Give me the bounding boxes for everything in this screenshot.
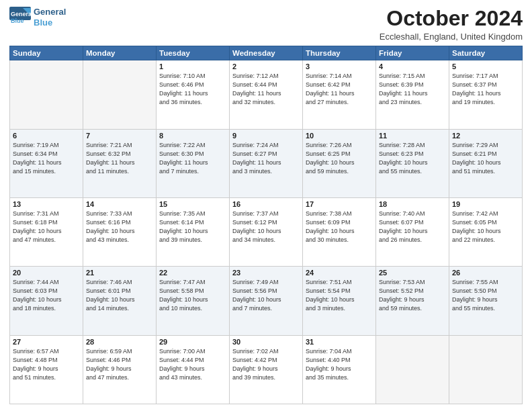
day-info: Sunrise: 7:17 AM Sunset: 6:37 PM Dayligh… xyxy=(452,72,519,107)
table-row: 31Sunrise: 7:04 AM Sunset: 4:40 PM Dayli… xyxy=(303,335,376,404)
table-row: 28Sunrise: 6:59 AM Sunset: 4:46 PM Dayli… xyxy=(83,335,157,404)
day-number: 11 xyxy=(379,132,446,140)
month-title: October 2024 xyxy=(380,7,523,30)
col-friday: Friday xyxy=(376,46,449,60)
table-row: 29Sunrise: 7:00 AM Sunset: 4:44 PM Dayli… xyxy=(157,335,230,404)
day-info: Sunrise: 7:12 AM Sunset: 6:44 PM Dayligh… xyxy=(232,72,300,107)
table-row: 24Sunrise: 7:51 AM Sunset: 5:54 PM Dayli… xyxy=(303,267,376,335)
day-info: Sunrise: 7:28 AM Sunset: 6:23 PM Dayligh… xyxy=(379,141,446,176)
day-number: 19 xyxy=(452,200,519,208)
day-number: 1 xyxy=(159,62,226,71)
col-saturday: Saturday xyxy=(449,46,523,60)
day-number: 27 xyxy=(13,338,80,346)
day-info: Sunrise: 7:14 AM Sunset: 6:42 PM Dayligh… xyxy=(306,72,373,107)
table-row: 8Sunrise: 7:22 AM Sunset: 6:30 PM Daylig… xyxy=(157,129,230,197)
day-number: 3 xyxy=(306,62,373,71)
day-info: Sunrise: 7:55 AM Sunset: 5:50 PM Dayligh… xyxy=(452,278,519,313)
logo-general: General xyxy=(34,7,66,17)
day-info: Sunrise: 7:44 AM Sunset: 6:03 PM Dayligh… xyxy=(13,278,80,313)
day-number: 13 xyxy=(13,200,80,208)
table-row: 4Sunrise: 7:15 AM Sunset: 6:39 PM Daylig… xyxy=(376,60,449,129)
day-info: Sunrise: 6:59 AM Sunset: 4:46 PM Dayligh… xyxy=(86,347,153,382)
day-info: Sunrise: 7:40 AM Sunset: 6:07 PM Dayligh… xyxy=(379,210,446,244)
day-number: 26 xyxy=(452,269,519,277)
day-number: 31 xyxy=(306,338,373,346)
day-info: Sunrise: 7:02 AM Sunset: 4:42 PM Dayligh… xyxy=(232,347,300,382)
table-row: 25Sunrise: 7:53 AM Sunset: 5:52 PM Dayli… xyxy=(376,267,449,335)
table-row: 21Sunrise: 7:46 AM Sunset: 6:01 PM Dayli… xyxy=(83,267,157,335)
logo-icon: General Blue xyxy=(9,7,31,28)
table-row: 14Sunrise: 7:33 AM Sunset: 6:16 PM Dayli… xyxy=(83,197,157,266)
table-row: 23Sunrise: 7:49 AM Sunset: 5:56 PM Dayli… xyxy=(230,267,303,335)
table-row xyxy=(10,60,83,129)
table-row: 9Sunrise: 7:24 AM Sunset: 6:27 PM Daylig… xyxy=(230,129,303,197)
day-info: Sunrise: 7:24 AM Sunset: 6:27 PM Dayligh… xyxy=(232,141,300,176)
calendar-header-row: Sunday Monday Tuesday Wednesday Thursday… xyxy=(10,46,523,60)
table-row: 6Sunrise: 7:19 AM Sunset: 6:34 PM Daylig… xyxy=(10,129,83,197)
table-row: 26Sunrise: 7:55 AM Sunset: 5:50 PM Dayli… xyxy=(449,267,523,335)
table-row: 17Sunrise: 7:38 AM Sunset: 6:09 PM Dayli… xyxy=(303,197,376,266)
day-number: 20 xyxy=(13,269,80,277)
col-monday: Monday xyxy=(83,46,157,60)
day-info: Sunrise: 7:53 AM Sunset: 5:52 PM Dayligh… xyxy=(379,278,446,313)
table-row: 20Sunrise: 7:44 AM Sunset: 6:03 PM Dayli… xyxy=(10,267,83,335)
day-info: Sunrise: 7:31 AM Sunset: 6:18 PM Dayligh… xyxy=(13,210,80,244)
day-number: 10 xyxy=(306,132,373,140)
svg-text:General: General xyxy=(11,11,31,17)
day-number: 18 xyxy=(379,200,446,208)
day-number: 28 xyxy=(86,338,153,346)
table-row: 5Sunrise: 7:17 AM Sunset: 6:37 PM Daylig… xyxy=(449,60,523,129)
day-number: 17 xyxy=(306,200,373,208)
day-number: 25 xyxy=(379,269,446,277)
day-number: 16 xyxy=(232,200,300,208)
header: General Blue General Blue October 2024 E… xyxy=(9,7,523,42)
day-info: Sunrise: 7:19 AM Sunset: 6:34 PM Dayligh… xyxy=(13,141,80,176)
day-info: Sunrise: 7:46 AM Sunset: 6:01 PM Dayligh… xyxy=(86,278,153,313)
logo-blue: Blue xyxy=(34,17,66,28)
table-row: 16Sunrise: 7:37 AM Sunset: 6:12 PM Dayli… xyxy=(230,197,303,266)
table-row: 27Sunrise: 6:57 AM Sunset: 4:48 PM Dayli… xyxy=(10,335,83,404)
table-row xyxy=(83,60,157,129)
day-info: Sunrise: 7:38 AM Sunset: 6:09 PM Dayligh… xyxy=(306,210,373,244)
table-row: 2Sunrise: 7:12 AM Sunset: 6:44 PM Daylig… xyxy=(230,60,303,129)
day-info: Sunrise: 7:33 AM Sunset: 6:16 PM Dayligh… xyxy=(86,210,153,244)
day-number: 4 xyxy=(379,62,446,71)
table-row: 22Sunrise: 7:47 AM Sunset: 5:58 PM Dayli… xyxy=(157,267,230,335)
day-info: Sunrise: 7:04 AM Sunset: 4:40 PM Dayligh… xyxy=(306,347,373,382)
day-number: 14 xyxy=(86,200,153,208)
day-number: 12 xyxy=(452,132,519,140)
day-info: Sunrise: 7:37 AM Sunset: 6:12 PM Dayligh… xyxy=(232,210,300,244)
calendar-table: Sunday Monday Tuesday Wednesday Thursday… xyxy=(9,46,523,404)
day-number: 8 xyxy=(159,132,226,140)
day-number: 30 xyxy=(232,338,300,346)
page: General Blue General Blue October 2024 E… xyxy=(0,0,532,411)
table-row: 3Sunrise: 7:14 AM Sunset: 6:42 PM Daylig… xyxy=(303,60,376,129)
day-number: 21 xyxy=(86,269,153,277)
col-tuesday: Tuesday xyxy=(157,46,230,60)
day-info: Sunrise: 7:00 AM Sunset: 4:44 PM Dayligh… xyxy=(159,347,226,382)
table-row: 13Sunrise: 7:31 AM Sunset: 6:18 PM Dayli… xyxy=(10,197,83,266)
table-row: 18Sunrise: 7:40 AM Sunset: 6:07 PM Dayli… xyxy=(376,197,449,266)
day-number: 7 xyxy=(86,132,153,140)
table-row: 11Sunrise: 7:28 AM Sunset: 6:23 PM Dayli… xyxy=(376,129,449,197)
day-number: 29 xyxy=(159,338,226,346)
logo: General Blue General Blue xyxy=(9,7,66,28)
table-row xyxy=(376,335,449,404)
table-row: 12Sunrise: 7:29 AM Sunset: 6:21 PM Dayli… xyxy=(449,129,523,197)
col-thursday: Thursday xyxy=(303,46,376,60)
day-info: Sunrise: 7:21 AM Sunset: 6:32 PM Dayligh… xyxy=(86,141,153,176)
day-info: Sunrise: 7:26 AM Sunset: 6:25 PM Dayligh… xyxy=(306,141,373,176)
table-row: 30Sunrise: 7:02 AM Sunset: 4:42 PM Dayli… xyxy=(230,335,303,404)
day-number: 5 xyxy=(452,62,519,71)
day-number: 6 xyxy=(13,132,80,140)
table-row: 7Sunrise: 7:21 AM Sunset: 6:32 PM Daylig… xyxy=(83,129,157,197)
day-info: Sunrise: 7:29 AM Sunset: 6:21 PM Dayligh… xyxy=(452,141,519,176)
day-number: 22 xyxy=(159,269,226,277)
table-row: 1Sunrise: 7:10 AM Sunset: 6:46 PM Daylig… xyxy=(157,60,230,129)
table-row: 19Sunrise: 7:42 AM Sunset: 6:05 PM Dayli… xyxy=(449,197,523,266)
day-number: 23 xyxy=(232,269,300,277)
day-number: 24 xyxy=(306,269,373,277)
day-info: Sunrise: 7:47 AM Sunset: 5:58 PM Dayligh… xyxy=(159,278,226,313)
day-info: Sunrise: 7:22 AM Sunset: 6:30 PM Dayligh… xyxy=(159,141,226,176)
day-info: Sunrise: 7:10 AM Sunset: 6:46 PM Dayligh… xyxy=(159,72,226,107)
